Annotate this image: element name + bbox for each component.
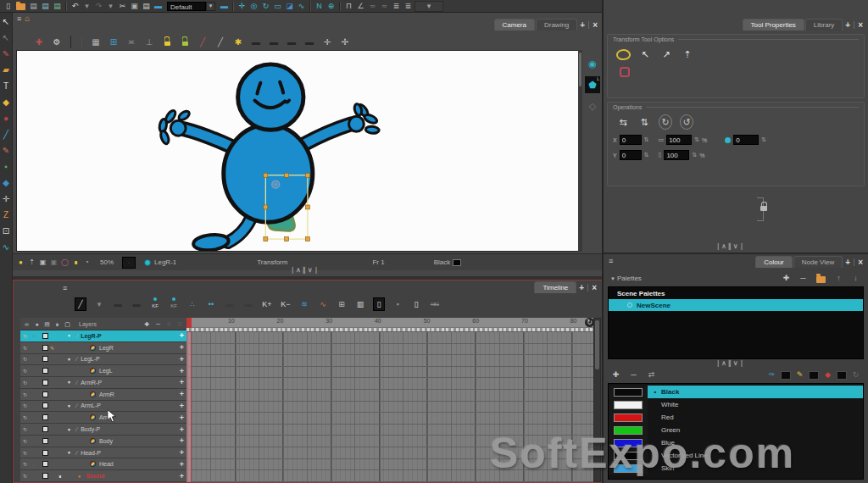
extra-view-toggle[interactable]: ◇	[585, 97, 600, 114]
add-colour-icon[interactable]: ✚	[610, 369, 621, 380]
layer-enable-checkbox[interactable]	[42, 438, 48, 444]
polyline-tool-icon[interactable]: ▪	[1, 162, 11, 172]
pivot-globe-icon[interactable]: ⊕	[326, 1, 337, 12]
frame-tool-icon[interactable]: ⊡	[1, 226, 11, 236]
collapse-arrow-icon[interactable]: ▼	[610, 276, 615, 281]
lock-flat-icon[interactable]: ∎	[71, 258, 81, 268]
y-input[interactable]	[620, 150, 642, 160]
layer-enable-checkbox[interactable]	[42, 345, 48, 351]
refresh-icon[interactable]: ↻	[850, 369, 861, 380]
layer-sound[interactable]: ↻ ·· ∎ ● Sound +	[20, 470, 186, 482]
select-tool-icon[interactable]: ↖	[1, 17, 11, 27]
brush-preset-icon[interactable]: ▬	[219, 1, 230, 12]
layer-body-p[interactable]: ↻ ·· ▼ ∕ Body-P +	[20, 424, 186, 436]
expand-arrow-icon[interactable]: ▼	[67, 427, 73, 432]
layer-head[interactable]: ↻ ·· Head +	[20, 458, 186, 470]
add-view-icon[interactable]: +	[578, 20, 587, 31]
camera-canvas[interactable]	[16, 50, 581, 252]
add-peg-layer-icon[interactable]: ▬	[131, 297, 142, 311]
flip-horizontal-icon[interactable]: ⇆	[616, 114, 630, 130]
add-parameter-icon[interactable]: +	[180, 448, 184, 457]
swatch-red[interactable]: Red	[609, 411, 863, 424]
paint-swatch[interactable]	[837, 371, 847, 380]
contour-tool-icon[interactable]: ◆	[1, 178, 11, 188]
curve-editor-icon[interactable]: ∿	[296, 1, 307, 12]
text-tool-icon[interactable]: T	[1, 81, 11, 92]
panel-splitter[interactable]: ∣∧∥∨∣	[291, 266, 320, 274]
tpose-icon[interactable]: Π	[343, 1, 354, 12]
layer-name[interactable]: Body	[99, 438, 113, 444]
onion-skin-icon[interactable]: ↻	[23, 380, 31, 386]
add-drawing-layer-icon[interactable]: ▬	[112, 297, 124, 311]
add-parameter-icon[interactable]: +	[180, 436, 184, 445]
separator[interactable]	[65, 2, 67, 11]
remove-keyframe-icon[interactable]: KF	[168, 297, 180, 311]
expand-exposure-icon[interactable]: K+	[261, 297, 273, 311]
frame-ruler[interactable]: 1020304050607080 ↻	[186, 318, 595, 328]
new-scene-icon[interactable]: ▯	[3, 1, 14, 12]
close-view-icon[interactable]: ×	[591, 20, 599, 31]
panel-splitter[interactable]: ∣∧∥∨∣	[716, 359, 745, 367]
pencil-colour-icon[interactable]: ✎	[794, 369, 805, 380]
line-thin-icon[interactable]: ╱	[214, 36, 226, 48]
layer-head-p[interactable]: ↻ ·· ▼ ∕ Head-P +	[20, 447, 186, 459]
move-palette-up-icon[interactable]: ↑	[833, 273, 844, 284]
add-parameter-icon[interactable]: +	[180, 378, 184, 386]
close-view-icon[interactable]: ×	[590, 283, 598, 293]
save-icon[interactable]: ▤	[28, 1, 39, 12]
menu-icon[interactable]: ≡	[17, 14, 21, 23]
pencil-swatch[interactable]	[809, 371, 819, 380]
lasso-select-icon[interactable]	[616, 47, 631, 62]
timeline-menu-icon[interactable]: ≡	[63, 284, 67, 292]
animate-mode-icon[interactable]: ✛	[236, 1, 248, 12]
light-table-icon[interactable]: ✱	[232, 36, 244, 48]
add-parameter-icon[interactable]: +	[180, 343, 184, 352]
onion-skin-icon[interactable]: ↻	[23, 473, 31, 479]
dropper-swatch[interactable]	[781, 371, 791, 380]
palette-folder-icon[interactable]	[815, 273, 827, 284]
layer-enable-checkbox[interactable]	[42, 368, 48, 374]
motion-keyframe-icon[interactable]: ∴	[186, 297, 198, 311]
drawing-view-toggle[interactable]: ⬟L	[585, 76, 600, 93]
layer-legr[interactable]: ↻ ·· ✎ LegR +	[20, 342, 186, 354]
lock-all-icon[interactable]: ∎	[53, 319, 61, 329]
separator[interactable]	[309, 2, 311, 11]
layer-enable-checkbox[interactable]	[42, 333, 48, 339]
ruler-icon[interactable]: ≍	[125, 36, 137, 48]
drawing-thumbnail[interactable]: ◦	[122, 257, 136, 269]
chevron-down-icon[interactable]: ▾	[206, 2, 215, 11]
add-parameter-icon[interactable]: +	[180, 472, 184, 480]
workspace-value[interactable]: Default	[167, 2, 206, 11]
render-view-icon[interactable]: ▣	[38, 258, 47, 268]
add-parameter-icon[interactable]: +	[180, 425, 184, 434]
remove-palette-icon[interactable]: ─	[798, 273, 809, 284]
layer-armr-p[interactable]: ↻ ·· ▼ ∕ ArmR-P +	[20, 377, 186, 389]
onion-skin-icon[interactable]: ↻	[23, 426, 31, 432]
zoom-tool-icon[interactable]: Z	[1, 210, 11, 220]
ink-tool-icon[interactable]: ●	[1, 114, 11, 124]
onion-range-a-icon[interactable]: ▬	[286, 36, 298, 48]
close-view-icon[interactable]: ×	[856, 258, 865, 268]
peg-selection-mode-icon[interactable]	[620, 67, 630, 77]
frame-row[interactable]	[186, 367, 595, 379]
reduce-exposure-icon[interactable]: K−	[280, 297, 292, 311]
reset-view-icon[interactable]: ✚	[33, 36, 45, 48]
workspace-dropdown[interactable]: Default ▾	[167, 2, 215, 11]
stop-motion-keyframe-icon[interactable]: ••	[205, 297, 217, 311]
dim-sheet-b-icon[interactable]: ▬	[242, 297, 254, 311]
line-red-icon[interactable]: ╱	[197, 36, 209, 48]
paint-colour-icon[interactable]: ◆	[822, 369, 833, 380]
layer-legl-p[interactable]: ↻ ·· ▼ ∕ LegL-P +	[20, 354, 186, 366]
dropper-icon[interactable]: ✑	[766, 369, 777, 380]
sound-display-icon[interactable]: ≋	[298, 297, 310, 311]
select-children-icon[interactable]: ⇡	[681, 47, 694, 62]
redo-icon[interactable]: ↷	[93, 1, 104, 12]
onion-skin-icon[interactable]: ↻	[23, 450, 31, 456]
scale-y-spinner[interactable]: ⇅	[692, 152, 697, 158]
rotate-view-icon[interactable]: ↻	[260, 1, 271, 12]
separator[interactable]	[70, 36, 82, 48]
layer-name[interactable]: ArmR-P	[81, 380, 102, 386]
tab-timeline[interactable]: Timeline	[534, 281, 576, 293]
swatch-black[interactable]: •Black	[609, 386, 863, 398]
tab-library[interactable]: Library	[805, 19, 843, 31]
